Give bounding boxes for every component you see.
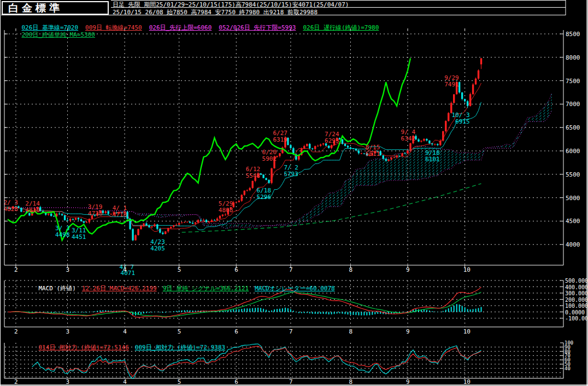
svg-text:5: 5	[178, 266, 181, 273]
svg-text:7: 7	[289, 328, 293, 335]
svg-text:4: 4	[123, 378, 127, 385]
svg-text:6: 6	[234, 266, 238, 273]
svg-text:6: 6	[234, 378, 238, 385]
svg-text:9: 9	[406, 266, 410, 273]
svg-text:8500: 8500	[566, 31, 580, 38]
svg-text:8: 8	[349, 328, 352, 335]
svg-text:500.0000: 500.0000	[565, 278, 588, 284]
chart-info-line2: 25/10/15 26/08 始7850 高7984 安7750 終7980 出…	[113, 8, 317, 16]
svg-text:5296: 5296	[257, 194, 272, 201]
svg-text:-100.000: -100.000	[565, 315, 588, 321]
svg-text:6915: 6915	[455, 118, 470, 125]
svg-text:0.0000: 0.0000	[565, 309, 585, 315]
svg-text:4828: 4828	[3, 206, 18, 213]
svg-text:2: 2	[14, 328, 18, 335]
svg-text:7: 7	[289, 378, 293, 385]
macd-oscillator-label: MACDオシレーター=60.0078	[255, 285, 335, 292]
svg-text:400.0000: 400.0000	[565, 284, 588, 290]
svg-text:6000: 6000	[566, 148, 580, 155]
svg-text:3: 3	[66, 266, 70, 273]
app-window: 2/ 348282/1448103/1947384/ 147185/294808…	[0, 0, 588, 386]
svg-text:4451: 4451	[72, 233, 86, 241]
svg-text:5: 5	[178, 378, 181, 385]
svg-text:6101: 6101	[425, 156, 440, 163]
rsi14-label: 014日 相対力 (終値)=72.5146	[39, 344, 129, 351]
svg-text:200.0000: 200.0000	[565, 297, 588, 303]
macd-title: MACD (終値)	[39, 285, 76, 292]
lagging-line	[8, 59, 410, 241]
svg-text:4205: 4205	[150, 245, 165, 252]
svg-text:40: 40	[565, 366, 571, 371]
main-axis: 8500800075007000650060005500500045004000…	[4, 30, 580, 273]
svg-text:5000: 5000	[566, 195, 580, 202]
rsi9-label: 009日_相対力 (終値)=72.9383	[135, 344, 225, 351]
svg-text:10: 10	[463, 328, 471, 335]
svg-text:4498: 4498	[55, 231, 70, 238]
svg-text:6293: 6293	[325, 137, 339, 144]
svg-text:6: 6	[234, 328, 238, 335]
main-grid	[5, 28, 562, 265]
svg-text:7000: 7000	[566, 101, 580, 108]
svg-text:9: 9	[406, 378, 410, 385]
svg-text:4500: 4500	[566, 218, 580, 225]
macd-header: MACD (終値)12-26日 MACD=426.21999日 単純 シグナル=…	[24, 277, 341, 300]
svg-text:7: 7	[289, 266, 293, 273]
svg-text:5548: 5548	[246, 172, 261, 179]
macd-value-label: 12-26日 MACD=426.2199	[82, 285, 157, 292]
svg-text:2: 2	[14, 266, 18, 273]
svg-text:4808: 4808	[219, 207, 233, 214]
legend-span-lower: 052/026日 先行下限=5993	[219, 24, 296, 31]
chart-info-line1: 日足 先限 期間25/01/29~25/10/15(175)高7984(25/1…	[113, 1, 349, 9]
svg-text:4738: 4738	[88, 210, 103, 217]
svg-text:300.0000: 300.0000	[565, 290, 588, 296]
svg-text:10: 10	[463, 378, 471, 385]
legend-span-upper: 026日_先行上限=6060	[149, 24, 212, 31]
svg-text:7491: 7491	[444, 81, 459, 88]
svg-text:4000: 4000	[566, 241, 580, 248]
svg-text:5: 5	[178, 328, 181, 335]
chart-canvas[interactable]: 2/ 348282/1448103/1947384/ 147185/294808…	[0, 0, 588, 386]
macd-signal-label: 9日 単純 シグナル=366.2121	[163, 285, 249, 292]
svg-text:5902: 5902	[262, 155, 277, 162]
svg-text:10: 10	[463, 266, 471, 273]
legend-ma200: 200日_終値単純 MA=5300	[22, 31, 95, 38]
instrument-title: 白金標準	[2, 1, 109, 15]
svg-text:6342: 6342	[401, 135, 416, 142]
svg-text:5793: 5793	[284, 171, 298, 178]
svg-text:6319: 6319	[273, 136, 287, 143]
svg-text:2: 2	[14, 378, 18, 385]
svg-text:6011: 6011	[366, 150, 380, 157]
svg-text:8: 8	[349, 378, 352, 385]
svg-text:4: 4	[123, 328, 127, 335]
svg-text:6500: 6500	[566, 124, 580, 131]
svg-text:8: 8	[349, 266, 352, 273]
svg-text:5500: 5500	[566, 171, 580, 178]
svg-text:100.0000: 100.0000	[565, 303, 588, 309]
svg-text:3: 3	[66, 328, 70, 335]
svg-text:4810: 4810	[25, 207, 40, 214]
svg-text:8000: 8000	[566, 54, 580, 61]
legend-lagging-line: 026日 遅行線(終値)=7980	[303, 24, 379, 31]
svg-text:9: 9	[406, 328, 410, 335]
rsi-header: 014日 相対力 (終値)=72.5146009日_相対力 (終値)=72.93…	[24, 336, 231, 359]
svg-text:3: 3	[66, 378, 70, 385]
svg-text:7500: 7500	[566, 78, 580, 85]
svg-text:4718: 4718	[113, 211, 127, 218]
svg-text:4: 4	[123, 266, 127, 273]
window-borders	[0, 0, 588, 386]
ma-legend: 200日_終値単純 MA=5300	[7, 24, 102, 46]
